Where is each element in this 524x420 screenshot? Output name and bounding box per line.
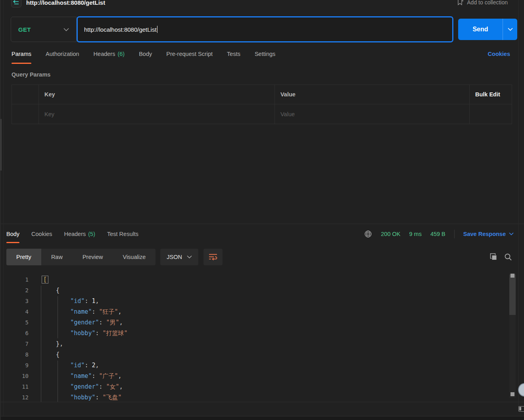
indent-guide	[41, 286, 41, 402]
wrap-lines-button[interactable]	[203, 249, 223, 265]
search-icon	[504, 253, 512, 261]
wrap-lines-icon	[209, 253, 217, 261]
response-tab-headers[interactable]: Headers (5)	[64, 224, 95, 244]
line-content: "gender": "男",	[29, 317, 123, 328]
chevron-down-icon	[509, 232, 514, 236]
tab-body[interactable]: Body	[139, 42, 152, 65]
line-number: 10	[0, 371, 29, 382]
response-panel: Body Cookies Headers (5) Test Results	[0, 224, 524, 402]
line-number: 1	[0, 274, 29, 285]
indent-guide	[58, 361, 58, 402]
code-lines: 1[2 {3 "id": 1,4 "name": "狂子",5 "gender"…	[0, 274, 524, 402]
code-line: 8 {	[0, 349, 524, 360]
code-line: 11 "gender": "女",	[0, 382, 524, 392]
copy-icon	[489, 253, 497, 261]
code-line: 6 "hobby": "打篮球"	[0, 328, 524, 339]
tab-settings[interactable]: Settings	[255, 42, 275, 65]
view-preview[interactable]: Preview	[73, 249, 113, 265]
url-value: http://localhost:8080/getList	[84, 26, 157, 33]
tab-count: (5)	[88, 231, 95, 237]
network-globe-icon[interactable]	[364, 230, 372, 238]
response-tab-test-results[interactable]: Test Results	[107, 224, 138, 244]
view-pretty[interactable]: Pretty	[6, 249, 41, 265]
key-column-header: Key	[39, 85, 275, 104]
response-status-bar: 200 OK 9 ms 459 B Save Response	[364, 230, 514, 238]
request-type-icon-box	[11, 0, 21, 8]
add-to-collection-icon	[457, 0, 464, 6]
line-number: 9	[0, 360, 29, 371]
code-line: 3 "id": 1,	[0, 296, 524, 307]
response-viewer-toolbar: Pretty Raw Preview Visualize JSON	[0, 244, 524, 270]
view-visualize[interactable]: Visualize	[113, 249, 155, 265]
table-header-row: Key Value Bulk Edit	[12, 85, 512, 104]
method-dropdown[interactable]: GET	[11, 17, 77, 42]
key-input[interactable]: Key	[39, 104, 275, 124]
left-pane-scrollbar[interactable]	[0, 119, 2, 171]
method-label: GET	[18, 26, 31, 33]
tab-headers[interactable]: Headers (6)	[94, 42, 125, 65]
request-tabs: Params Authorization Headers (6) Body Pr…	[0, 42, 524, 65]
line-content: "id": 2,	[29, 360, 99, 371]
value-input[interactable]: Value	[275, 104, 470, 124]
tab-label: Settings	[255, 51, 275, 57]
line-content: "id": 1,	[29, 296, 99, 307]
line-number: 6	[0, 328, 29, 339]
window-bottom-bar	[0, 416, 524, 420]
save-response-label: Save Response	[463, 231, 506, 237]
save-response-button[interactable]: Save Response	[463, 231, 514, 237]
cookies-link[interactable]: Cookies	[488, 51, 510, 57]
format-dropdown[interactable]: JSON	[160, 249, 198, 265]
url-input[interactable]: http://localhost:8080/getList	[77, 16, 453, 42]
scrollbar-handle-bottom[interactable]	[511, 392, 514, 396]
status-code: 200 OK	[381, 231, 400, 237]
tab-tests[interactable]: Tests	[227, 42, 240, 65]
search-response-button[interactable]	[504, 253, 512, 261]
tab-pre-request-script[interactable]: Pre-request Script	[166, 42, 213, 65]
bulk-edit-button[interactable]: Bulk Edit	[470, 85, 512, 104]
send-options-button[interactable]	[503, 19, 517, 40]
tab-params[interactable]: Params	[12, 42, 31, 65]
add-to-collection-button[interactable]: Add to collection	[457, 0, 508, 6]
scrollbar-thumb[interactable]	[509, 274, 516, 315]
tab-label: Authorization	[46, 51, 79, 57]
code-line: 4 "name": "狂子",	[0, 307, 524, 317]
request-builder-row: GET http://localhost:8080/getList Send	[0, 16, 524, 42]
line-content: "gender": "女",	[29, 382, 123, 392]
line-number: 12	[0, 392, 29, 402]
format-label: JSON	[167, 254, 182, 260]
tab-authorization[interactable]: Authorization	[46, 42, 79, 65]
line-content: {	[29, 349, 60, 360]
code-line: 2 {	[0, 285, 524, 296]
line-number: 7	[0, 339, 29, 349]
chevron-down-icon	[63, 28, 69, 31]
tab-label: Headers	[64, 231, 86, 237]
response-scrollbar[interactable]	[509, 273, 516, 398]
text-caret	[157, 26, 158, 33]
send-button[interactable]: Send	[458, 19, 503, 40]
line-number: 11	[0, 382, 29, 392]
tab-label: Headers	[94, 51, 115, 57]
view-raw[interactable]: Raw	[41, 249, 73, 265]
chevron-down-icon	[187, 255, 192, 259]
copy-response-button[interactable]	[489, 253, 497, 261]
code-line: 12 "hobby": "飞盘"	[0, 392, 524, 402]
code-line: 7 },	[0, 339, 524, 349]
indent-guide	[58, 296, 58, 338]
send-split-button: Send	[458, 19, 517, 40]
request-title: http://localhost:8080/getList	[26, 0, 105, 6]
response-tab-cookies[interactable]: Cookies	[31, 224, 52, 244]
scrollbar-handle-top[interactable]	[511, 274, 514, 278]
response-tab-body[interactable]: Body	[6, 224, 19, 244]
http-request-icon	[13, 0, 19, 5]
footer-strip	[0, 402, 524, 416]
row-actions-cell	[470, 104, 512, 124]
line-number: 5	[0, 317, 29, 328]
console-icon[interactable]	[518, 406, 524, 412]
tab-label: Params	[12, 51, 31, 57]
response-body-editor[interactable]: 1[2 {3 "id": 1,4 "name": "狂子",5 "gender"…	[0, 270, 524, 402]
request-response-gap	[0, 124, 524, 224]
query-params-table: Key Value Bulk Edit Key Value	[12, 84, 512, 124]
table-row: Key Value	[12, 104, 512, 124]
response-time: 9 ms	[409, 231, 421, 237]
tab-label: Body	[139, 51, 152, 57]
